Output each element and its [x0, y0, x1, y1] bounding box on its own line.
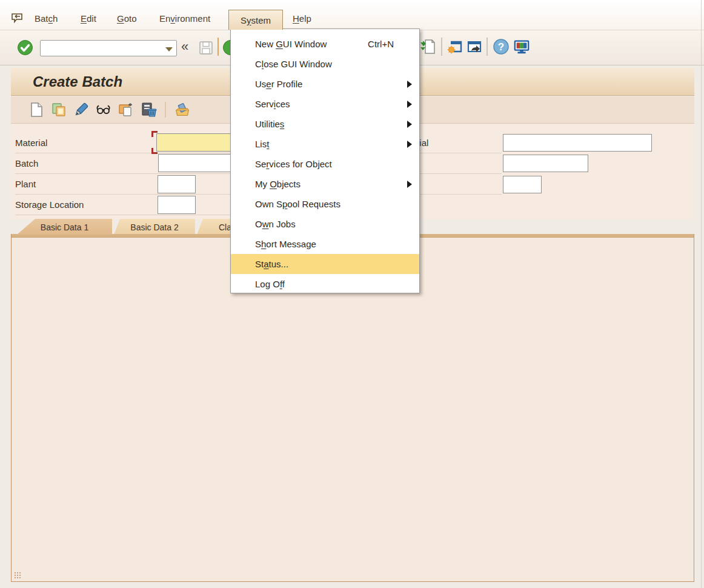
menu-goto[interactable]: Goto [117, 13, 137, 24]
toolbar-separator [218, 38, 219, 56]
help-icon[interactable]: ? [493, 38, 510, 56]
exit-session-icon[interactable] [8, 9, 25, 27]
resize-grip [14, 572, 21, 579]
tab-basic-data-1[interactable]: Basic Data 1 [17, 219, 112, 235]
command-dropdown-icon[interactable] [165, 47, 173, 52]
copy-from-icon[interactable] [118, 101, 134, 118]
batch-label: Batch [15, 158, 38, 169]
page-title: Create Batch [33, 73, 122, 90]
storage-location-label: Storage Location [15, 199, 84, 210]
plant-label: Plant [15, 179, 36, 189]
menu-item-short-message[interactable]: Short Message [231, 234, 419, 254]
menu-item-own-spool-requests[interactable]: Own Spool Requests [231, 194, 419, 214]
change-icon[interactable] [73, 101, 90, 118]
focus-frame-corner [151, 131, 158, 137]
sap-gui-window: Batch Edit Goto Environment System Help … [0, 0, 704, 588]
focus-frame-corner [151, 148, 158, 154]
command-field[interactable] [40, 40, 177, 56]
menu-item-services-for-object[interactable]: Services for Object [231, 154, 419, 174]
material-right-input[interactable] [503, 134, 652, 152]
display-icon[interactable] [95, 101, 112, 118]
shortcut-label: Ctrl+N [368, 39, 394, 49]
menu-item-services[interactable]: Services [231, 94, 419, 114]
submenu-arrow-icon [407, 141, 412, 148]
submenu-arrow-icon [407, 81, 412, 88]
collapse-toolbar-icon[interactable]: « [181, 39, 188, 55]
svg-text:?: ? [498, 41, 504, 53]
submenu-arrow-icon [407, 121, 412, 128]
last-page-icon[interactable] [419, 38, 436, 56]
menu-item-new-gui-window[interactable]: New GUI Window Ctrl+N [231, 34, 419, 54]
menu-environment[interactable]: Environment [159, 13, 210, 24]
menu-item-log-off[interactable]: Log Off [231, 274, 419, 294]
storage-location-input[interactable] [158, 196, 196, 214]
material-label: Material [15, 138, 47, 148]
menu-item-user-profile[interactable]: User Profile [231, 74, 419, 94]
menu-item-close-gui-window[interactable]: Close GUI Window [231, 54, 419, 74]
window-right-border [701, 0, 702, 588]
menu-system[interactable]: System [228, 10, 283, 30]
enter-check-icon[interactable] [16, 38, 33, 56]
create-icon[interactable] [28, 101, 45, 118]
copy-icon[interactable] [50, 101, 67, 118]
plant-input[interactable] [158, 175, 196, 193]
customize-layout-icon[interactable] [513, 38, 530, 56]
archive-icon[interactable] [174, 101, 191, 118]
create-shortcut-icon[interactable] [466, 38, 483, 56]
menu-edit[interactable]: Edit [81, 13, 96, 24]
menu-item-list[interactable]: List [231, 134, 419, 154]
plant-right-input[interactable] [503, 176, 542, 193]
new-session-icon[interactable] [447, 38, 463, 56]
command-input[interactable] [42, 41, 161, 55]
submenu-arrow-icon [407, 101, 412, 108]
menu-item-own-jobs[interactable]: Own Jobs [231, 214, 419, 234]
menu-item-utilities[interactable]: Utilities [231, 114, 419, 134]
delete-icon[interactable] [140, 101, 157, 118]
tab-basic-data-2[interactable]: Basic Data 2 [114, 219, 195, 235]
menu-batch[interactable]: Batch [35, 13, 58, 24]
save-icon[interactable] [198, 39, 214, 57]
submenu-arrow-icon [407, 181, 412, 188]
toolbar-separator [486, 38, 488, 56]
batch-right-input[interactable] [503, 155, 588, 172]
app-toolbar-separator [165, 102, 166, 118]
menu-help[interactable]: Help [293, 13, 311, 24]
menu-item-status[interactable]: Status... [231, 254, 419, 274]
system-menu-panel: New GUI Window Ctrl+N Close GUI Window U… [230, 28, 420, 293]
menu-item-my-objects[interactable]: My Objects [231, 174, 419, 194]
toolbar-separator [441, 38, 442, 56]
